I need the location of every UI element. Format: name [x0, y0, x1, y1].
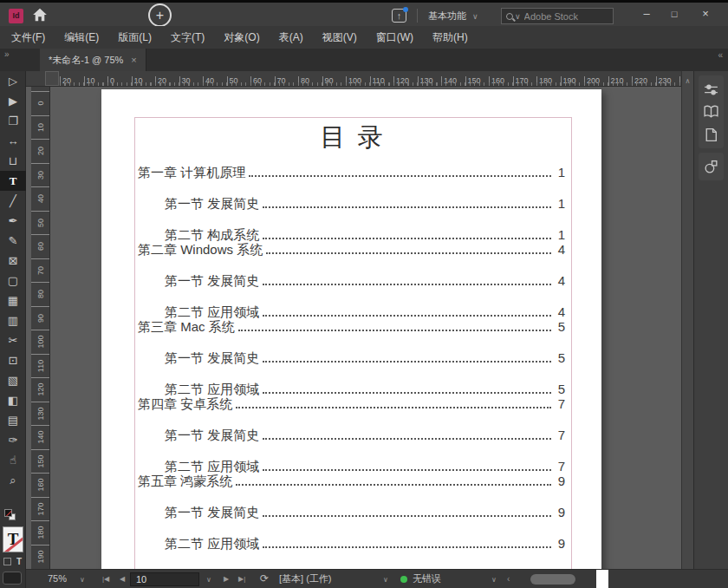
ruler-label: 20 [155, 76, 179, 87]
menu-item[interactable]: 窗口(W) [367, 26, 423, 49]
document-page[interactable]: 目录 第一章 计算机原理 1 第一节 发展简史 1 第二节 构成系统 1 [101, 89, 601, 569]
formatting-affects-text-button[interactable]: T [16, 557, 22, 566]
scroll-left-icon[interactable]: ‹ [507, 570, 510, 588]
menu-item[interactable]: 帮助(H) [423, 26, 478, 49]
zoom-level[interactable]: 75% [48, 570, 67, 588]
menu-item[interactable]: 表(A) [270, 26, 313, 49]
minimize-button[interactable]: – [634, 3, 659, 27]
next-page-button[interactable]: ▶ [224, 570, 229, 588]
horizontal-grid-tool[interactable]: ▦ [0, 291, 26, 310]
horizontal-scrollbar-thumb[interactable] [530, 574, 575, 585]
menu-item[interactable]: 文字(T) [161, 26, 214, 49]
vertical-grid-tool[interactable]: ▥ [0, 310, 26, 330]
preflight-profile[interactable]: [基本] (工作) [279, 570, 332, 588]
zoom-chevron-icon[interactable]: ∨ [80, 571, 85, 588]
menu-item[interactable]: 文件(F) [2, 26, 55, 49]
free-transform-tool[interactable]: ⊡ [0, 350, 26, 370]
vertical-scrollbar[interactable]: ∧ [681, 71, 693, 569]
selection-tool[interactable]: ▷ [0, 71, 26, 91]
toc-entry[interactable]: 第二章 Windows 系统 4 [138, 240, 565, 258]
toc-entry[interactable]: 第四章 安卓系统 7 [138, 395, 565, 413]
toc-page-number: 4 [555, 240, 565, 258]
toc-entry[interactable]: 第一节 发展简史 4 [138, 271, 565, 290]
ruler-label: 100 [31, 330, 49, 354]
note-tool[interactable]: ▤ [0, 410, 26, 430]
vertical-ruler[interactable]: 0102030405060708090100110120130140150160… [31, 87, 50, 569]
ruler-origin-corner[interactable] [45, 71, 59, 86]
profile-chevron-icon[interactable]: ∨ [383, 571, 388, 588]
page-chevron-icon[interactable]: ∨ [206, 571, 211, 588]
ruler-label: 160 [489, 76, 513, 87]
refresh-icon[interactable]: ⟳ [260, 570, 269, 588]
hand-tool[interactable]: ☝ [0, 450, 26, 470]
eyedropper-tool[interactable]: ✑ [0, 430, 26, 450]
close-button[interactable]: × [693, 3, 718, 27]
horizontal-ruler[interactable]: 2010010203040506070809010011012013014015… [26, 71, 683, 87]
layers-panel-icon[interactable] [699, 123, 724, 146]
line-tool[interactable]: ╱ [0, 191, 26, 211]
page-number-input[interactable] [130, 572, 199, 586]
gradient-swatch-tool[interactable]: ▧ [0, 370, 26, 390]
toc-entry[interactable]: 第一节 发展简史 7 [138, 426, 565, 444]
toc-entry[interactable]: 第二节 应用领域 9 [138, 534, 565, 552]
workspace-switcher[interactable]: 基本功能∨ [428, 3, 478, 29]
toc-leader-dots [263, 206, 551, 208]
fill-stroke-swatches[interactable] [3, 509, 19, 521]
search-input[interactable] [524, 11, 597, 22]
toc-leader-dots [263, 469, 551, 471]
toc-entry-label: 第一节 发展简史 [165, 426, 259, 444]
text-frame[interactable]: 目录 第一章 计算机原理 1 第一节 发展简史 1 第二节 构成系统 1 [134, 117, 572, 569]
pen-tool[interactable]: ✒ [0, 211, 26, 231]
scroll-up-icon[interactable]: ∧ [686, 77, 691, 85]
menu-item[interactable]: 编辑(E) [55, 26, 108, 49]
home-icon[interactable] [32, 7, 48, 23]
document-tab[interactable]: *未命名-1 @ 75% × [40, 49, 146, 71]
toc-entry[interactable]: 第一章 计算机原理 1 [138, 163, 565, 181]
zoom-tool[interactable]: ⌕ [0, 470, 26, 490]
gap-tool[interactable]: ↔ [0, 131, 26, 151]
plus-annotation-circle[interactable]: + [148, 3, 172, 27]
menu-item[interactable]: 视图(V) [313, 26, 367, 49]
page-tool[interactable]: ❐ [0, 111, 26, 131]
toc-entry[interactable]: 第五章 鸿蒙系统 9 [138, 472, 565, 490]
maximize-button[interactable]: □ [662, 3, 686, 27]
type-tool[interactable]: T [0, 171, 26, 191]
scissors-tool[interactable]: ✂ [0, 330, 26, 350]
gradient-feather-tool[interactable]: ◧ [0, 390, 26, 410]
share-icon[interactable]: ↑ [392, 9, 406, 23]
toc-entry[interactable]: 第一节 发展简史 5 [138, 349, 565, 367]
content-collector-tool[interactable]: ⊔ [0, 151, 26, 171]
ruler-label: 60 [250, 76, 275, 87]
adobe-stock-search[interactable]: ∨ [501, 8, 614, 24]
search-icon [506, 13, 513, 20]
preflight-menu-chevron-icon[interactable]: ∨ [491, 571, 497, 588]
tools-panel-collapse-icon[interactable]: » [4, 49, 10, 59]
menu-item[interactable]: 版面(L) [108, 26, 161, 49]
ruler-label: 40 [203, 76, 227, 87]
fill-swatch[interactable] [4, 509, 12, 517]
first-page-button[interactable]: |◀ [102, 570, 109, 588]
ruler-label: 50 [227, 76, 251, 87]
previous-page-button[interactable]: ◀ [120, 570, 125, 588]
preflight-status-text[interactable]: 无错误 [413, 570, 441, 588]
text-color-swatch[interactable]: T [3, 526, 23, 552]
toc-leader-dots [236, 484, 551, 486]
frame-tool[interactable]: ⊠ [0, 251, 26, 271]
screen-mode-button[interactable] [3, 572, 22, 585]
dock-collapse-icon[interactable]: « [718, 50, 723, 60]
cc-libraries-panel-icon[interactable] [699, 155, 724, 178]
toc-entry[interactable]: 第一节 发展简史 9 [138, 503, 565, 521]
ruler-label: 130 [418, 76, 442, 87]
toc-entry[interactable]: 第一节 发展简史 1 [138, 194, 565, 212]
toc-entry[interactable]: 第三章 Mac 系统 5 [138, 317, 565, 336]
pages-panel-icon[interactable] [699, 101, 724, 123]
pasteboard[interactable]: 目录 第一章 计算机原理 1 第一节 发展简史 1 第二节 构成系统 1 [26, 71, 681, 569]
rectangle-tool[interactable]: ▢ [0, 271, 26, 291]
direct-selection-tool[interactable]: ▶ [0, 91, 26, 111]
properties-panel-icon[interactable] [699, 78, 724, 101]
formatting-affects-container-button[interactable] [3, 558, 11, 565]
last-page-button[interactable]: ▶| [238, 570, 245, 588]
pencil-tool[interactable]: ✎ [0, 231, 26, 251]
menu-item[interactable]: 对象(O) [214, 26, 269, 49]
tab-close-icon[interactable]: × [131, 55, 136, 65]
